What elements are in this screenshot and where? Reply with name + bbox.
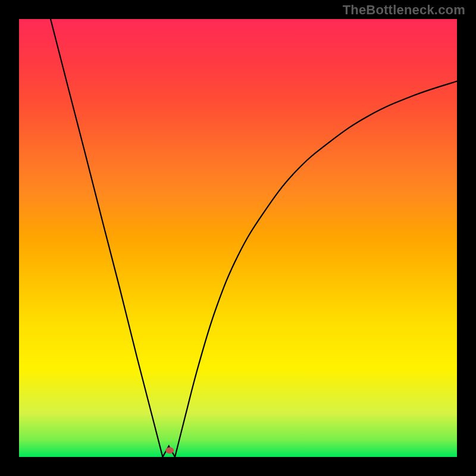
plot-area xyxy=(19,19,457,457)
bottleneck-curve-svg xyxy=(19,19,457,457)
minimum-marker xyxy=(165,447,174,453)
bottleneck-curve xyxy=(51,19,457,457)
chart-container: TheBottleneck.com xyxy=(0,0,476,476)
watermark-label: TheBottleneck.com xyxy=(343,2,465,18)
